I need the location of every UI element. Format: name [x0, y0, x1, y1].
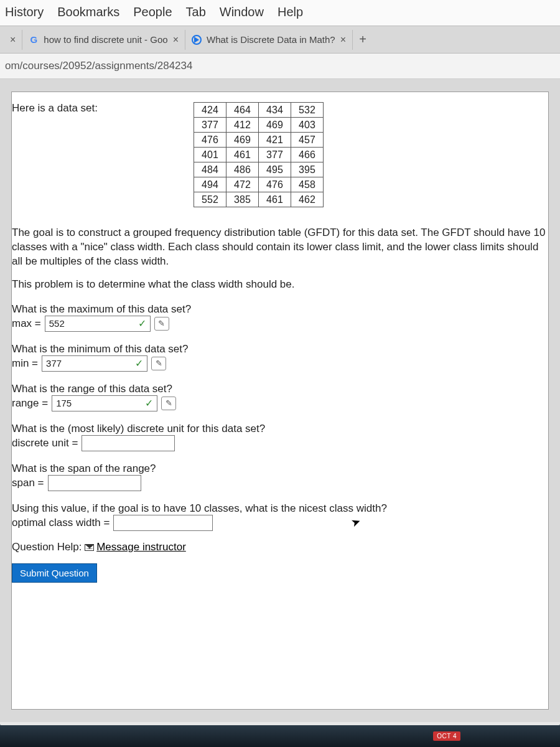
menu-tab[interactable]: Tab	[186, 5, 206, 19]
data-cell: 377	[258, 148, 291, 162]
check-icon: ✓	[138, 317, 146, 329]
data-set-label: Here is a data set:	[12, 102, 98, 115]
question-prompt: What is the (most likely) discrete unit …	[12, 423, 548, 435]
data-cell: 469	[258, 118, 291, 133]
data-cell: 412	[226, 118, 258, 133]
address-bar[interactable]: om/courses/20952/assignments/284234	[0, 54, 560, 79]
menu-bookmarks[interactable]: Bookmarks	[57, 5, 119, 19]
span-input[interactable]	[48, 475, 141, 491]
data-cell: 552	[194, 192, 226, 207]
check-icon: ✓	[135, 357, 143, 369]
data-cell: 421	[258, 133, 291, 148]
data-cell: 476	[258, 177, 291, 192]
tab-label: What is Discrete Data in Math?	[207, 34, 335, 45]
data-table: 4244644345323774124694034764694214574014…	[194, 102, 324, 207]
menu-history[interactable]: History	[5, 5, 44, 19]
menu-window[interactable]: Window	[220, 5, 264, 19]
help-label: Question Help:	[12, 541, 82, 553]
field-label: span =	[12, 477, 44, 489]
data-cell: 461	[258, 192, 291, 207]
field-label: min =	[12, 357, 38, 370]
data-cell: 458	[291, 177, 323, 192]
message-instructor-link[interactable]: Message instructor	[96, 541, 186, 553]
min-input[interactable]: 377 ✓	[42, 355, 147, 372]
data-cell: 484	[194, 162, 226, 177]
data-cell: 395	[291, 162, 323, 177]
data-cell: 532	[291, 103, 323, 118]
data-cell: 434	[258, 103, 291, 118]
question-range: What is the range of this data set? rang…	[12, 383, 548, 411]
tab-strip: × G how to find discrete unit - Goo × Wh…	[0, 26, 560, 54]
taskbar: OCT 4	[0, 725, 560, 747]
discrete-unit-input[interactable]	[82, 435, 175, 451]
google-icon: G	[29, 35, 39, 45]
data-cell: 462	[291, 192, 323, 207]
question-prompt: What is the span of the range?	[12, 463, 548, 475]
question-help-row: Question Help: Message instructor	[12, 541, 548, 553]
question-class-width: Using this value, if the goal is to have…	[12, 502, 548, 531]
format-help-button[interactable]: ✎	[161, 397, 176, 410]
data-cell: 466	[291, 148, 323, 162]
data-cell: 461	[226, 148, 258, 162]
close-icon[interactable]: ×	[340, 34, 346, 45]
instructions-para-1: The goal is to construct a grouped frequ…	[12, 226, 548, 269]
max-input[interactable]: 552 ✓	[45, 316, 151, 332]
question-span: What is the span of the range? span =	[12, 463, 548, 491]
input-value: 377	[46, 358, 62, 369]
class-width-input[interactable]	[113, 515, 213, 531]
check-icon: ✓	[145, 397, 153, 409]
input-value: 175	[56, 398, 72, 408]
play-icon	[192, 35, 202, 45]
data-cell: 472	[226, 177, 258, 192]
data-cell: 495	[258, 162, 291, 177]
data-cell: 457	[291, 133, 323, 148]
close-icon[interactable]: ×	[10, 34, 16, 45]
question-max: What is the maximum of this data set? ma…	[12, 303, 548, 332]
url-text: om/courses/20952/assignments/284234	[5, 60, 192, 72]
field-label: range =	[12, 397, 48, 410]
mail-icon	[85, 544, 94, 551]
tab-google-search[interactable]: G how to find discrete unit - Goo ×	[22, 30, 185, 50]
data-cell: 377	[194, 118, 226, 133]
close-icon[interactable]: ×	[173, 34, 179, 45]
question-prompt: What is the minimum of this data set?	[12, 343, 548, 355]
data-cell: 486	[226, 162, 258, 177]
question-prompt: Using this value, if the goal is to have…	[12, 502, 548, 515]
menu-help[interactable]: Help	[278, 5, 303, 19]
field-label: discrete unit =	[12, 437, 78, 449]
data-cell: 403	[291, 118, 323, 133]
data-cell: 469	[226, 133, 258, 148]
format-help-button[interactable]: ✎	[154, 317, 169, 331]
data-cell: 401	[194, 148, 226, 162]
tab-discrete-data[interactable]: What is Discrete Data in Math? ×	[185, 30, 353, 50]
question-prompt: What is the maximum of this data set?	[12, 303, 548, 316]
new-tab-button[interactable]: +	[353, 30, 373, 50]
question-min: What is the minimum of this data set? mi…	[12, 343, 548, 372]
range-input[interactable]: 175 ✓	[52, 395, 157, 411]
calendar-badge[interactable]: OCT 4	[433, 731, 460, 741]
data-cell: 385	[226, 192, 258, 207]
field-label: max =	[12, 317, 41, 330]
os-menubar: History Bookmarks People Tab Window Help	[0, 0, 560, 26]
instructions-para-2: This problem is to determine what the cl…	[12, 278, 548, 292]
input-value: 552	[49, 318, 65, 329]
data-cell: 424	[194, 103, 226, 118]
data-cell: 476	[194, 133, 226, 148]
question-prompt: What is the range of this data set?	[12, 383, 548, 395]
menu-people[interactable]: People	[133, 5, 172, 19]
field-label: optimal class width =	[12, 517, 110, 529]
tab-prev-remnant[interactable]: ×	[4, 30, 22, 50]
data-cell: 464	[226, 103, 258, 118]
tab-label: how to find discrete unit - Goo	[44, 34, 167, 45]
format-help-button[interactable]: ✎	[151, 357, 166, 370]
data-cell: 494	[194, 177, 226, 192]
submit-question-button[interactable]: Submit Question	[12, 563, 97, 583]
question-discrete-unit: What is the (most likely) discrete unit …	[12, 423, 548, 451]
